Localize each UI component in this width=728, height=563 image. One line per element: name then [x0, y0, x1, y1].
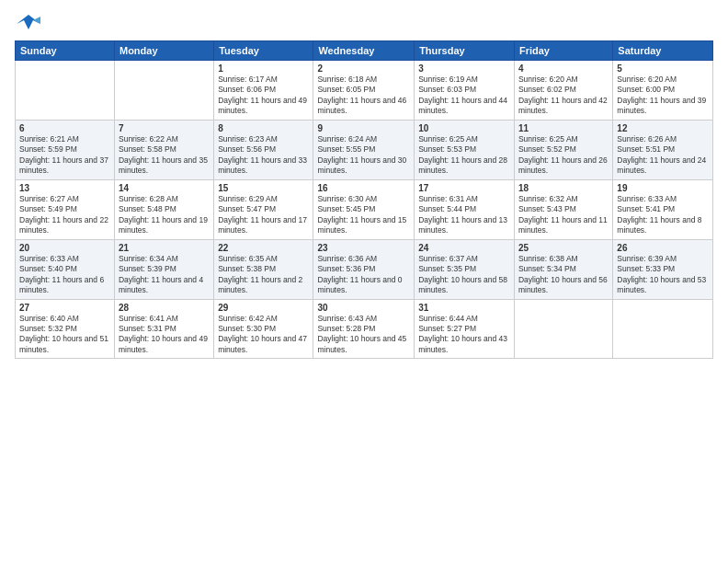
calendar-cell: 28Sunrise: 6:41 AM Sunset: 5:31 PM Dayli…	[114, 299, 213, 359]
calendar-cell: 30Sunrise: 6:43 AM Sunset: 5:28 PM Dayli…	[313, 299, 415, 359]
calendar-cell	[613, 299, 713, 359]
page: SundayMondayTuesdayWednesdayThursdayFrid…	[0, 0, 728, 563]
calendar-cell: 1Sunrise: 6:17 AM Sunset: 6:06 PM Daylig…	[214, 61, 313, 121]
day-content: Sunrise: 6:22 AM Sunset: 5:58 PM Dayligh…	[119, 134, 210, 177]
day-number: 25	[518, 243, 609, 253]
day-number: 9	[317, 123, 410, 133]
calendar-cell: 23Sunrise: 6:36 AM Sunset: 5:36 PM Dayli…	[313, 239, 415, 299]
calendar-cell	[514, 299, 612, 359]
calendar-cell: 20Sunrise: 6:33 AM Sunset: 5:40 PM Dayli…	[16, 239, 115, 299]
calendar-cell: 21Sunrise: 6:34 AM Sunset: 5:39 PM Dayli…	[114, 239, 213, 299]
calendar-week-1: 6Sunrise: 6:21 AM Sunset: 5:59 PM Daylig…	[16, 120, 713, 179]
calendar-header-row: SundayMondayTuesdayWednesdayThursdayFrid…	[16, 41, 713, 61]
day-number: 8	[218, 123, 309, 133]
day-number: 15	[218, 183, 309, 193]
day-content: Sunrise: 6:27 AM Sunset: 5:49 PM Dayligh…	[19, 194, 110, 236]
calendar-cell: 25Sunrise: 6:38 AM Sunset: 5:34 PM Dayli…	[514, 239, 612, 299]
day-header-saturday: Saturday	[613, 41, 713, 61]
day-number: 28	[119, 303, 210, 313]
calendar-cell: 31Sunrise: 6:44 AM Sunset: 5:27 PM Dayli…	[415, 299, 515, 359]
day-content: Sunrise: 6:20 AM Sunset: 6:00 PM Dayligh…	[617, 75, 709, 117]
day-header-tuesday: Tuesday	[214, 41, 313, 61]
day-content: Sunrise: 6:28 AM Sunset: 5:48 PM Dayligh…	[119, 194, 210, 236]
day-header-wednesday: Wednesday	[313, 41, 415, 61]
day-number: 26	[617, 243, 709, 253]
day-content: Sunrise: 6:29 AM Sunset: 5:47 PM Dayligh…	[218, 194, 309, 236]
day-content: Sunrise: 6:38 AM Sunset: 5:34 PM Dayligh…	[518, 254, 609, 296]
day-number: 6	[19, 123, 110, 133]
day-content: Sunrise: 6:19 AM Sunset: 6:03 PM Dayligh…	[418, 75, 510, 117]
day-content: Sunrise: 6:36 AM Sunset: 5:36 PM Dayligh…	[317, 254, 410, 296]
logo-bird-icon	[15, 11, 42, 33]
calendar-cell: 10Sunrise: 6:25 AM Sunset: 5:53 PM Dayli…	[415, 120, 515, 179]
logo	[15, 11, 46, 33]
calendar-cell: 7Sunrise: 6:22 AM Sunset: 5:58 PM Daylig…	[114, 120, 213, 179]
day-content: Sunrise: 6:25 AM Sunset: 5:52 PM Dayligh…	[518, 134, 609, 177]
day-number: 16	[317, 183, 410, 193]
day-number: 31	[418, 303, 510, 313]
day-number: 7	[119, 123, 210, 133]
day-content: Sunrise: 6:42 AM Sunset: 5:30 PM Dayligh…	[218, 314, 309, 356]
calendar-cell	[16, 61, 115, 121]
calendar-week-4: 27Sunrise: 6:40 AM Sunset: 5:32 PM Dayli…	[16, 299, 713, 359]
day-number: 2	[317, 63, 410, 74]
day-number: 21	[119, 243, 210, 253]
calendar-cell: 13Sunrise: 6:27 AM Sunset: 5:49 PM Dayli…	[16, 179, 115, 239]
calendar-cell: 16Sunrise: 6:30 AM Sunset: 5:45 PM Dayli…	[313, 179, 415, 239]
day-content: Sunrise: 6:37 AM Sunset: 5:35 PM Dayligh…	[418, 254, 510, 296]
day-content: Sunrise: 6:31 AM Sunset: 5:44 PM Dayligh…	[418, 194, 510, 236]
day-content: Sunrise: 6:32 AM Sunset: 5:43 PM Dayligh…	[518, 194, 609, 236]
day-content: Sunrise: 6:26 AM Sunset: 5:51 PM Dayligh…	[617, 134, 709, 177]
calendar-cell: 15Sunrise: 6:29 AM Sunset: 5:47 PM Dayli…	[214, 179, 313, 239]
day-header-friday: Friday	[514, 41, 612, 61]
calendar-cell: 29Sunrise: 6:42 AM Sunset: 5:30 PM Dayli…	[214, 299, 313, 359]
day-number: 1	[218, 63, 309, 74]
day-number: 13	[19, 183, 110, 193]
day-content: Sunrise: 6:30 AM Sunset: 5:45 PM Dayligh…	[317, 194, 410, 236]
calendar-week-2: 13Sunrise: 6:27 AM Sunset: 5:49 PM Dayli…	[16, 179, 713, 239]
day-content: Sunrise: 6:34 AM Sunset: 5:39 PM Dayligh…	[119, 254, 210, 296]
day-header-sunday: Sunday	[16, 41, 115, 61]
day-number: 18	[518, 183, 609, 193]
day-header-thursday: Thursday	[415, 41, 515, 61]
calendar-cell: 3Sunrise: 6:19 AM Sunset: 6:03 PM Daylig…	[415, 61, 515, 121]
calendar-cell: 22Sunrise: 6:35 AM Sunset: 5:38 PM Dayli…	[214, 239, 313, 299]
day-number: 24	[418, 243, 510, 253]
day-content: Sunrise: 6:33 AM Sunset: 5:41 PM Dayligh…	[617, 194, 709, 236]
day-number: 10	[418, 123, 510, 133]
calendar-cell: 24Sunrise: 6:37 AM Sunset: 5:35 PM Dayli…	[415, 239, 515, 299]
calendar-table: SundayMondayTuesdayWednesdayThursdayFrid…	[15, 40, 713, 359]
day-number: 30	[317, 303, 410, 313]
calendar-cell: 11Sunrise: 6:25 AM Sunset: 5:52 PM Dayli…	[514, 120, 612, 179]
calendar-cell: 8Sunrise: 6:23 AM Sunset: 5:56 PM Daylig…	[214, 120, 313, 179]
day-number: 27	[19, 303, 110, 313]
calendar-cell: 2Sunrise: 6:18 AM Sunset: 6:05 PM Daylig…	[313, 61, 415, 121]
day-number: 14	[119, 183, 210, 193]
day-number: 3	[418, 63, 510, 74]
calendar-cell	[114, 61, 213, 121]
day-content: Sunrise: 6:44 AM Sunset: 5:27 PM Dayligh…	[418, 314, 510, 356]
day-content: Sunrise: 6:25 AM Sunset: 5:53 PM Dayligh…	[418, 134, 510, 177]
day-content: Sunrise: 6:40 AM Sunset: 5:32 PM Dayligh…	[19, 314, 110, 356]
day-content: Sunrise: 6:17 AM Sunset: 6:06 PM Dayligh…	[218, 75, 309, 117]
day-content: Sunrise: 6:18 AM Sunset: 6:05 PM Dayligh…	[317, 75, 410, 117]
day-number: 19	[617, 183, 709, 193]
day-content: Sunrise: 6:39 AM Sunset: 5:33 PM Dayligh…	[617, 254, 709, 296]
day-content: Sunrise: 6:35 AM Sunset: 5:38 PM Dayligh…	[218, 254, 309, 296]
day-number: 20	[19, 243, 110, 253]
calendar-cell: 18Sunrise: 6:32 AM Sunset: 5:43 PM Dayli…	[514, 179, 612, 239]
calendar-cell: 19Sunrise: 6:33 AM Sunset: 5:41 PM Dayli…	[613, 179, 713, 239]
calendar-cell: 4Sunrise: 6:20 AM Sunset: 6:02 PM Daylig…	[514, 61, 612, 121]
calendar-cell: 27Sunrise: 6:40 AM Sunset: 5:32 PM Dayli…	[16, 299, 115, 359]
day-number: 29	[218, 303, 309, 313]
day-number: 5	[617, 63, 709, 74]
svg-marker-1	[33, 17, 40, 24]
day-content: Sunrise: 6:41 AM Sunset: 5:31 PM Dayligh…	[119, 314, 210, 356]
day-number: 11	[518, 123, 609, 133]
day-number: 17	[418, 183, 510, 193]
calendar-cell: 5Sunrise: 6:20 AM Sunset: 6:00 PM Daylig…	[613, 61, 713, 121]
day-content: Sunrise: 6:20 AM Sunset: 6:02 PM Dayligh…	[518, 75, 609, 117]
calendar-cell: 6Sunrise: 6:21 AM Sunset: 5:59 PM Daylig…	[16, 120, 115, 179]
day-header-monday: Monday	[114, 41, 213, 61]
calendar-cell: 14Sunrise: 6:28 AM Sunset: 5:48 PM Dayli…	[114, 179, 213, 239]
